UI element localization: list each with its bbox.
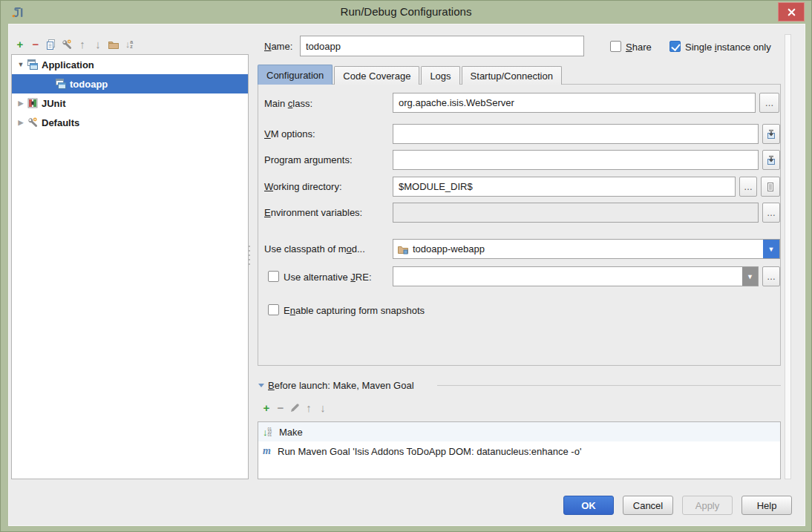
chevron-collapsed-icon[interactable]: ▶ <box>16 99 25 107</box>
dialog-title: Run/Debug Configurations <box>1 5 811 18</box>
single-instance-checkbox[interactable] <box>669 41 681 52</box>
ellipsis-icon: … <box>765 98 774 108</box>
tree-item-application[interactable]: ▼ Application <box>12 55 248 74</box>
configurations-toolbar: + − ↑ ↓ ↓ <box>14 38 135 51</box>
chevron-expanded-icon[interactable]: ▼ <box>16 61 25 68</box>
run-debug-configurations-dialog: Run/Debug Configurations + − ↑ ↓ <box>0 0 812 532</box>
ellipsis-icon: … <box>767 208 776 218</box>
tab-logs[interactable]: Logs <box>421 66 459 85</box>
edit-environment-variables-button[interactable]: … <box>762 203 780 223</box>
junit-icon <box>27 97 39 109</box>
edit-task-button[interactable] <box>289 402 301 414</box>
configurations-tree: ▼ Application todoapp ▶ <box>11 54 249 479</box>
sort-configurations-button[interactable]: ↓ a z <box>123 39 135 50</box>
tree-item-junit[interactable]: ▶ JUnit <box>12 93 248 113</box>
move-task-up-button[interactable]: ↑ <box>303 402 315 414</box>
cancel-button[interactable]: Cancel <box>623 496 673 515</box>
close-icon <box>786 7 797 18</box>
vertical-scrollbar[interactable] <box>785 34 791 479</box>
copy-configuration-button[interactable] <box>45 39 57 50</box>
new-folder-button[interactable] <box>108 39 119 50</box>
maven-icon: m <box>263 445 275 457</box>
classpath-module-combobox[interactable]: todoapp-webapp ▼ <box>393 239 780 259</box>
tab-startup-connection[interactable]: Startup/Connection <box>462 66 562 85</box>
browse-working-directory-button[interactable]: … <box>739 177 757 197</box>
alternative-jre-combobox[interactable]: ▼ <box>393 266 759 286</box>
classpath-module-value: todoapp-webapp <box>413 243 485 254</box>
form-snapshots-checkbox[interactable] <box>268 304 279 315</box>
before-launch-task-list: ↓ 01 10 01 Make m Run Maven Goal 'Isis A… <box>258 421 781 479</box>
splitter-handle[interactable] <box>246 246 252 274</box>
close-button[interactable] <box>778 2 805 22</box>
sort-letters-icon: a z <box>130 40 133 49</box>
before-launch-toolbar: + − ↑ ↓ <box>261 402 329 414</box>
task-item-maven-goal[interactable]: m Run Maven Goal 'Isis Addons ToDoApp DO… <box>258 441 780 461</box>
settings-tabs: Configuration Code Coverage Logs Startup… <box>258 65 563 85</box>
copy-icon <box>45 39 57 50</box>
task-label: Run Maven Goal 'Isis Addons ToDoApp DOM:… <box>278 446 581 457</box>
chevron-down-icon[interactable]: ▼ <box>763 240 779 258</box>
main-class-input[interactable] <box>393 93 756 113</box>
move-task-down-button[interactable]: ↓ <box>317 402 329 414</box>
main-class-label: Main class: <box>264 98 312 109</box>
before-launch-title: Before launch: Make, Maven Goal <box>268 380 414 391</box>
make-compile-icon: ↓ 01 10 01 <box>263 427 276 438</box>
tree-item-label: Defaults <box>42 117 79 128</box>
tab-code-coverage[interactable]: Code Coverage <box>334 66 419 85</box>
ellipsis-icon: … <box>744 182 753 192</box>
tree-item-label: JUnit <box>42 98 66 109</box>
share-checkbox[interactable] <box>610 41 621 52</box>
move-down-button[interactable]: ↓ <box>92 39 104 50</box>
remove-configuration-button[interactable]: − <box>30 39 42 50</box>
chevron-collapsed-icon[interactable]: ▶ <box>16 119 25 126</box>
program-arguments-label: Program arguments: <box>264 154 353 165</box>
tree-item-label: todoapp <box>70 79 108 90</box>
form-snapshots-label[interactable]: Enable capturing form snapshots <box>284 305 425 316</box>
browse-main-class-button[interactable]: … <box>759 93 779 113</box>
expand-field-icon <box>765 154 777 166</box>
tree-item-label: Application <box>42 59 94 70</box>
alternative-jre-checkbox[interactable] <box>268 271 279 282</box>
wrench-icon <box>27 116 39 128</box>
module-icon <box>397 243 409 255</box>
move-up-button[interactable]: ↑ <box>76 39 88 50</box>
document-list-icon <box>764 181 776 193</box>
task-item-make[interactable]: ↓ 01 10 01 Make <box>258 422 780 441</box>
share-label[interactable]: Share <box>626 42 652 53</box>
name-label: Name: <box>264 41 292 52</box>
apply-button[interactable]: Apply <box>682 496 733 515</box>
ok-button[interactable]: OK <box>563 496 614 515</box>
tree-item-defaults[interactable]: ▶ Defaults <box>12 113 248 132</box>
tab-configuration[interactable]: Configuration <box>258 65 333 85</box>
expand-field-icon <box>765 128 777 140</box>
help-button[interactable]: Help <box>741 496 792 515</box>
name-input[interactable] <box>300 36 584 56</box>
edit-defaults-button[interactable] <box>61 39 73 50</box>
application-icon <box>55 78 67 90</box>
environment-variables-input[interactable] <box>393 203 759 223</box>
expand-program-arguments-button[interactable] <box>762 150 780 170</box>
program-arguments-input[interactable] <box>393 150 759 170</box>
alternative-jre-label[interactable]: Use alternative JRE: <box>284 272 372 283</box>
vm-options-input[interactable] <box>393 124 759 144</box>
pencil-icon <box>289 402 301 414</box>
before-launch-collapse-icon[interactable] <box>258 384 264 387</box>
add-task-button[interactable]: + <box>261 402 272 414</box>
single-instance-label[interactable]: Single instance only <box>685 42 771 53</box>
insert-macro-button[interactable] <box>761 177 780 197</box>
ellipsis-icon: … <box>767 272 776 282</box>
before-launch-divider <box>437 385 781 386</box>
folder-icon <box>108 39 119 50</box>
environment-variables-label: Environment variables: <box>264 207 362 218</box>
expand-vm-options-button[interactable] <box>762 124 780 144</box>
add-configuration-button[interactable]: + <box>14 39 26 50</box>
application-icon <box>27 59 39 70</box>
classpath-module-label: Use classpath of mod... <box>264 243 365 254</box>
remove-task-button[interactable]: − <box>275 402 287 414</box>
working-directory-input[interactable] <box>393 177 736 197</box>
vm-options-label: VM options: <box>264 128 315 139</box>
browse-jre-button[interactable]: … <box>762 266 780 286</box>
tree-item-todoapp[interactable]: todoapp <box>12 74 248 93</box>
working-directory-label: Working directory: <box>264 181 342 192</box>
chevron-down-icon[interactable]: ▼ <box>742 267 758 286</box>
